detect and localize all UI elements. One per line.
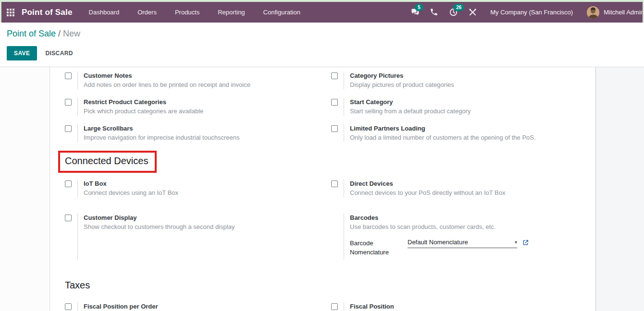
start-category-checkbox[interactable] [331,99,338,106]
setting-direct-devices: Direct Devices Connect devices to your P… [331,179,595,197]
section-heading-taxes: Taxes [65,280,595,291]
divider [344,214,344,260]
setting-title[interactable]: IoT Box [84,179,178,188]
chevron-down-icon[interactable]: ▾ [515,239,517,245]
menu-products[interactable]: Products [174,7,200,18]
setting-title[interactable]: Category Pictures [350,72,454,80]
setting-title[interactable]: Customer Display [84,214,235,222]
barcode-nomenclature-field: Barcode Nomenclature Default Nomenclatur… [350,239,529,260]
user-name: Mitchell Admin [604,9,644,16]
divider [344,302,344,311]
discard-button[interactable]: DISCARD [43,46,74,60]
divider [77,72,78,89]
setting-large-scrollbars: Large Scrollbars Improve navigation for … [65,124,331,142]
setting-customer-notes: Customer Notes Add notes on order lines … [65,72,331,89]
setting-title[interactable]: Large Scrollbars [84,124,239,133]
user-avatar[interactable] [587,6,599,19]
divider [77,179,78,197]
setting-title[interactable]: Direct Devices [350,179,505,188]
divider [77,124,78,142]
breadcrumb-separator: / [58,29,63,38]
restrict-product-categories-checkbox[interactable] [65,99,72,106]
red-highlight-box: Connected Devices [58,151,157,173]
setting-desc: Connect devices to your PoS directly wit… [350,188,505,197]
divider [344,72,344,89]
section-heading-connected-devices: Connected Devices [65,156,148,167]
divider [344,124,344,142]
setting-desc: Connect devices using an IoT Box [84,188,178,197]
category-pictures-checkbox[interactable] [331,72,338,79]
activities-clock-icon[interactable]: 26 [449,8,458,17]
main-menu: Dashboard Orders Products Reporting Conf… [88,7,301,18]
left-gutter [0,67,50,311]
phone-icon[interactable] [430,8,439,17]
activities-badge: 26 [453,4,464,11]
action-buttons: SAVE DISCARD [7,46,637,67]
settings-sheet: Customer Notes Add notes on order lines … [50,67,596,311]
divider [77,302,78,311]
limited-partners-loading-checkbox[interactable] [331,125,338,132]
setting-desc: Improve navigation for imprecise industr… [84,133,239,142]
setting-title[interactable]: Fiscal Position [350,302,440,311]
iot-box-checkbox[interactable] [65,180,72,187]
breadcrumb-current: New [63,29,80,38]
divider [344,98,344,116]
setting-title[interactable]: Fiscal Position per Order [84,302,242,311]
setting-restrict-product-categories: Restrict Product Categories Pick which p… [65,98,331,116]
breadcrumb: Point of Sale / New [7,23,637,39]
external-link-icon[interactable] [522,239,529,248]
setting-desc: Use barcodes to scan products, customer … [350,222,529,231]
save-button[interactable]: SAVE [7,46,37,60]
settings-row: Restrict Product Categories Pick which p… [65,98,595,124]
section-connected-devices: IoT Box Connect devices using an IoT Box… [65,179,595,276]
setting-iot-box: IoT Box Connect devices using an IoT Box [65,179,331,197]
settings-row: Fiscal Position per Order Choose among f… [65,302,595,311]
settings-row: IoT Box Connect devices using an IoT Box… [65,179,595,214]
setting-customer-display: Customer Display Show checkout to custom… [65,214,331,260]
customer-display-checkbox[interactable] [65,215,72,221]
window-frame-left [0,2,1,23]
fiscal-position-checkbox[interactable] [331,303,338,310]
barcode-nomenclature-select[interactable]: Default Nomenclature ▾ [408,239,517,248]
topbar-right: 5 26 My Company (San Francisco) [410,6,644,19]
menu-configuration[interactable]: Configuration [262,7,301,18]
setting-title: Barcodes [350,214,529,222]
settings-row: Customer Notes Add notes on order lines … [65,72,595,98]
menu-orders[interactable]: Orders [136,7,158,18]
customer-notes-checkbox[interactable] [65,72,72,79]
setting-limited-partners-loading: Limited Partners Loading Only load a lim… [331,124,595,142]
large-scrollbars-checkbox[interactable] [65,125,72,132]
setting-title[interactable]: Start Category [350,98,471,107]
messages-icon[interactable]: 5 [410,8,420,17]
company-switcher[interactable]: My Company (San Francisco) [490,9,573,16]
apps-grid-icon[interactable] [7,9,14,16]
setting-title[interactable]: Limited Partners Loading [350,124,536,133]
user-menu[interactable]: Mitchell Admin [587,6,644,19]
setting-desc: Only load a limited number of customers … [350,133,536,142]
setting-fiscal-position: Fiscal Position Use a default specific t… [331,302,595,311]
menu-dashboard[interactable]: Dashboard [88,7,121,18]
messages-badge: 5 [415,4,423,11]
setting-title[interactable]: Restrict Product Categories [84,98,203,107]
barcode-nomenclature-value: Default Nomenclature [408,239,468,246]
setting-desc: Pick which product categories are availa… [84,107,203,116]
setting-desc: Start selling from a default product cat… [350,107,471,116]
tools-icon[interactable] [468,8,477,17]
settings-row: Large Scrollbars Improve navigation for … [65,124,595,151]
control-panel: Point of Sale / New SAVE DISCARD [0,23,644,67]
setting-barcodes: Barcodes Use barcodes to scan products, … [331,214,595,260]
menu-reporting[interactable]: Reporting [217,7,246,18]
divider [77,98,78,116]
setting-title[interactable]: Customer Notes [84,72,250,80]
settings-content: Customer Notes Add notes on order lines … [0,67,644,311]
settings-row: Customer Display Show checkout to custom… [65,214,595,276]
setting-category-pictures: Category Pictures Display pictures of pr… [331,72,595,89]
breadcrumb-parent[interactable]: Point of Sale [7,29,56,38]
direct-devices-checkbox[interactable] [331,180,338,187]
setting-desc: Add notes on order lines to be printed o… [84,80,250,89]
fiscal-position-per-order-checkbox[interactable] [65,303,72,310]
app-name[interactable]: Point of Sale [22,8,73,17]
divider [77,214,78,260]
setting-fiscal-position-per-order: Fiscal Position per Order Choose among f… [65,302,331,311]
barcode-nomenclature-label: Barcode Nomenclature [350,239,401,257]
